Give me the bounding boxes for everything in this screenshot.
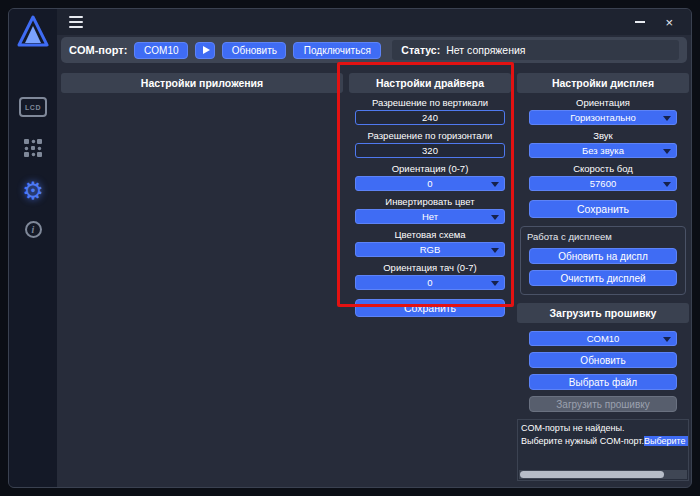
com-toolbar: COM-порт: COM10 Обновить Подключиться Ст… [61, 37, 687, 63]
firmware-refresh-button[interactable]: Обновить [529, 352, 677, 368]
log-line-1: COM-порты не найдены. [521, 422, 685, 435]
sidebar-item-about[interactable]: i [9, 221, 57, 238]
display-operations-title: Работа с дисплеем [527, 231, 679, 242]
log-horizontal-scrollbar[interactable] [519, 470, 687, 479]
touch-orientation-dropdown[interactable]: 0 [355, 275, 505, 290]
field-touch-orientation: Ориентация тач (0-7) 0 [355, 262, 505, 290]
invert-color-dropdown[interactable]: Нет [355, 209, 505, 224]
sidebar: LCD ⚙ i [9, 9, 57, 487]
firmware-port-dropdown[interactable]: COM10 [529, 331, 677, 346]
connect-button[interactable]: Подключиться [293, 42, 381, 59]
status-label: Статус: [401, 44, 440, 56]
field-invert-color: Инвертировать цвет Нет [355, 196, 505, 224]
choose-file-button[interactable]: Выбрать файл [529, 374, 677, 390]
vertical-resolution-input[interactable]: 240 [355, 110, 505, 125]
titlebar: × [57, 9, 691, 35]
update-display-button[interactable]: Обновить на диспл [529, 248, 677, 264]
firmware-log[interactable]: COM-порты не найдены. Выберите нужный CO… [517, 419, 689, 481]
lcd-icon: LCD [19, 97, 47, 117]
field-label: Разрешение по вертикали [372, 97, 488, 108]
info-icon-letter: i [32, 224, 35, 235]
lcd-icon-label: LCD [25, 104, 41, 111]
close-icon[interactable]: × [665, 16, 673, 29]
log-line-2: Выберите нужный COM-порт.Выберите нуж [521, 435, 685, 448]
app-window: LCD ⚙ i × COM-порт: COM10 Обно [8, 8, 692, 488]
com-port-select[interactable]: COM10 [134, 42, 188, 59]
menu-icon[interactable] [69, 16, 83, 28]
driver-settings-panel: Разрешение по вертикали 240 Разрешение п… [349, 97, 511, 317]
field-color-scheme: Цветовая схема RGB [355, 229, 505, 257]
field-sound: Звук Без звука [529, 130, 677, 158]
display-settings-panel: Ориентация Горизонтально Звук Без звука … [517, 97, 689, 481]
sound-dropdown[interactable]: Без звука [529, 143, 677, 158]
field-label: Ориентация [576, 97, 630, 108]
info-icon: i [25, 221, 42, 238]
field-display-orientation: Ориентация Горизонтально [529, 97, 677, 125]
display-save-button[interactable]: Сохранить [529, 200, 677, 218]
field-label: Цветовая схема [395, 229, 466, 240]
display-operations-group: Работа с дисплеем Обновить на диспл Очис… [520, 226, 686, 295]
scrollbar-thumb[interactable] [520, 471, 664, 478]
firmware-header: Загрузить прошивку [517, 303, 689, 323]
field-baud-rate: Скорость бод 57600 [529, 163, 677, 191]
field-orientation: Ориентация (0-7) 0 [355, 163, 505, 191]
clear-display-button[interactable]: Очистить дисплей [529, 270, 677, 286]
driver-save-button[interactable]: Сохранить [355, 299, 505, 317]
minimize-icon[interactable] [635, 21, 645, 23]
display-orientation-dropdown[interactable]: Горизонтально [529, 110, 677, 125]
com-port-label: COM-порт: [69, 44, 127, 56]
field-label: Скорость бод [573, 163, 633, 174]
baud-rate-dropdown[interactable]: 57600 [529, 176, 677, 191]
window-controls: × [635, 16, 691, 29]
sidebar-item-lcd[interactable]: LCD [9, 97, 57, 117]
log-line-2-selected-text: Выберите нуж [644, 436, 689, 446]
status-bar: Статус: Нет сопряжения [392, 40, 679, 60]
field-label: Инвертировать цвет [385, 196, 474, 207]
matrix-icon [24, 139, 42, 157]
upload-firmware-button[interactable]: Загрузить прошивку [529, 396, 677, 412]
field-label: Разрешение по горизонтали [368, 130, 493, 141]
field-label: Ориентация (0-7) [392, 163, 469, 174]
sidebar-item-settings[interactable]: ⚙ [9, 179, 57, 203]
firmware-controls: COM10 Обновить Выбрать файл Загрузить пр… [529, 331, 677, 412]
display-settings-header: Настройки дисплея [517, 73, 689, 93]
field-vertical-resolution: Разрешение по вертикали 240 [355, 97, 505, 125]
status-value: Нет сопряжения [446, 44, 525, 56]
log-line-2-text: Выберите нужный COM-порт. [521, 436, 644, 446]
app-logo-icon [17, 15, 49, 47]
gear-icon: ⚙ [22, 179, 44, 203]
field-label: Ориентация тач (0-7) [383, 262, 477, 273]
driver-settings-header: Настройки драйвера [349, 73, 511, 93]
horizontal-resolution-input[interactable]: 320 [355, 143, 505, 158]
field-label: Звук [593, 130, 612, 141]
app-settings-header: Настройки приложения [61, 73, 343, 93]
sidebar-item-matrix[interactable] [9, 139, 57, 157]
field-horizontal-resolution: Разрешение по горизонтали 320 [355, 130, 505, 158]
open-port-button[interactable] [195, 42, 215, 59]
color-scheme-dropdown[interactable]: RGB [355, 242, 505, 257]
orientation-dropdown[interactable]: 0 [355, 176, 505, 191]
refresh-ports-button[interactable]: Обновить [222, 42, 286, 59]
play-icon [203, 46, 210, 54]
